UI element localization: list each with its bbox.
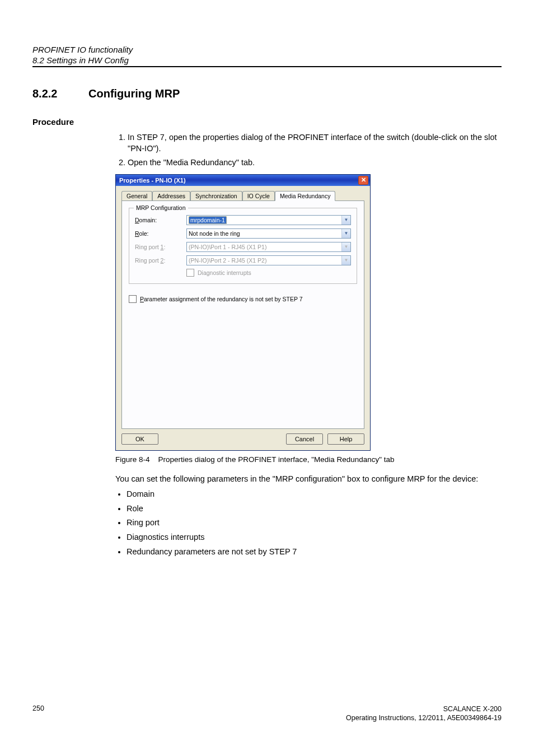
close-icon[interactable]: ✕ <box>358 176 368 185</box>
section-number: 8.2.2 <box>32 87 88 100</box>
tab-addresses[interactable]: Addresses <box>152 191 190 201</box>
list-item: Diagnostics interrupts <box>127 532 502 543</box>
diagnostic-interrupts-label: Diagnostic interrupts <box>198 269 251 276</box>
dialog-screenshot: Properties - PN-IO (X1) ✕ General Addres… <box>115 174 502 451</box>
dialog-titlebar: Properties - PN-IO (X1) ✕ <box>116 175 370 186</box>
domain-label: Domain: <box>135 217 186 223</box>
figure-label: Figure 8-4 <box>115 455 150 464</box>
procedure-step: In STEP 7, open the properties dialog of… <box>128 132 502 154</box>
tab-synchronization[interactable]: Synchronization <box>190 191 242 201</box>
list-item: Redundancy parameters are not set by STE… <box>127 547 502 558</box>
list-item: Role <box>127 503 502 515</box>
list-item: Domain <box>127 489 502 500</box>
header-title: PROFINET IO functionality <box>32 45 502 54</box>
ring-port-2-label: Ring port 2: <box>135 257 186 264</box>
role-label: Role: <box>135 230 186 237</box>
figure-text: Properties dialog of the PROFINET interf… <box>158 455 395 464</box>
ring-port-1-dropdown: (PN-IO)\Port 1 - RJ45 (X1 P1) ▼ <box>186 242 351 252</box>
list-item: Ring port <box>127 517 502 529</box>
tab-media-redundancy[interactable]: Media Redundancy <box>275 191 335 201</box>
procedure-heading: Procedure <box>32 117 502 127</box>
domain-value: mrpdomain-1 <box>189 216 227 224</box>
ring-port-1-label: Ring port 1: <box>135 244 186 250</box>
parameter-assignment-row: Parameter assignment of the redundancy i… <box>129 295 357 303</box>
role-value: Not node in the ring <box>189 230 240 237</box>
properties-dialog: Properties - PN-IO (X1) ✕ General Addres… <box>115 174 371 451</box>
procedure-step: Open the "Media Redundancy" tab. <box>128 157 502 169</box>
footer-page-number: 250 <box>32 704 44 723</box>
role-dropdown[interactable]: Not node in the ring ▼ <box>186 228 351 239</box>
tab-io-cycle[interactable]: IO Cycle <box>242 191 275 201</box>
after-figure-para: You can set the following parameters in … <box>115 474 502 485</box>
dialog-title: Properties - PN-IO (X1) <box>119 177 186 184</box>
chevron-down-icon: ▼ <box>341 229 350 238</box>
ring-port-2-value: (PN-IO)\Port 2 - RJ45 (X1 P2) <box>189 257 266 264</box>
dialog-tabs: General Addresses Synchronization IO Cyc… <box>116 186 370 200</box>
ring-port-1-value: (PN-IO)\Port 1 - RJ45 (X1 P1) <box>189 244 266 250</box>
tab-pane: MRP Configuration Domain: mrpdomain-1 ▼ … <box>121 200 364 429</box>
parameter-assignment-checkbox[interactable] <box>129 295 137 303</box>
parameter-assignment-label: Parameter assignment of the redundancy i… <box>140 296 302 302</box>
tab-general[interactable]: General <box>121 191 152 201</box>
groupbox-title: MRP Configuration <box>134 204 188 211</box>
figure-caption: Figure 8-4 Properties dialog of the PROF… <box>115 455 502 464</box>
ok-button[interactable]: OK <box>121 433 158 445</box>
chevron-down-icon: ▼ <box>341 256 350 265</box>
page-footer: 250 SCALANCE X-200 Operating Instruction… <box>32 704 502 723</box>
chevron-down-icon: ▼ <box>341 216 350 225</box>
cancel-button[interactable]: Cancel <box>286 433 323 445</box>
section-heading: 8.2.2 Configuring MRP <box>32 87 502 100</box>
footer-doc-title: SCALANCE X-200 <box>346 704 502 713</box>
section-title: Configuring MRP <box>88 87 180 100</box>
mrp-config-groupbox: MRP Configuration Domain: mrpdomain-1 ▼ … <box>129 208 357 284</box>
diagnostic-interrupts-checkbox <box>186 269 194 277</box>
help-button[interactable]: Help <box>327 433 364 445</box>
procedure-steps: In STEP 7, open the properties dialog of… <box>115 132 502 169</box>
bullet-list-wrap: Domain Role Ring port Diagnostics interr… <box>115 489 502 557</box>
dialog-button-row: OK Cancel Help <box>116 429 370 450</box>
footer-doc-info: Operating Instructions, 12/2011, A5E0034… <box>346 713 502 722</box>
header-subtitle: 8.2 Settings in HW Config <box>32 55 502 65</box>
ring-port-2-dropdown: (PN-IO)\Port 2 - RJ45 (X1 P2) ▼ <box>186 255 351 265</box>
diagnostic-interrupts-row: Diagnostic interrupts <box>186 269 351 277</box>
domain-dropdown[interactable]: mrpdomain-1 ▼ <box>186 215 351 225</box>
page-header: PROFINET IO functionality 8.2 Settings i… <box>32 45 502 67</box>
chevron-down-icon: ▼ <box>341 242 350 251</box>
